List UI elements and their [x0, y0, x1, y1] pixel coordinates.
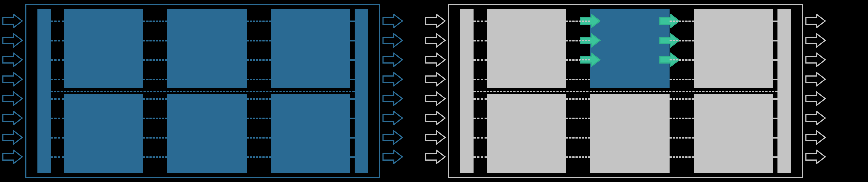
dash-lane-right [566, 79, 590, 80]
dash-lane-right [773, 40, 777, 41]
ext-arrow-right-left-2 [382, 52, 403, 67]
dash-lane-right [773, 59, 777, 60]
svg-marker-19 [806, 34, 825, 47]
ext-arrow-right-right-6 [805, 130, 826, 145]
dash-lane-right [473, 137, 487, 138]
dash-lane-left [143, 137, 167, 138]
ext-arrow-left-right-2 [425, 52, 446, 67]
dash-lane-right [670, 59, 694, 60]
svg-marker-3 [383, 34, 402, 47]
dash-lane-right [473, 98, 487, 99]
dash-lane-right [566, 118, 590, 119]
cell-top-1-right [590, 9, 670, 88]
svg-marker-22 [426, 73, 445, 86]
svg-marker-9 [383, 92, 402, 105]
cell-top-0-right [487, 9, 566, 88]
dash-lane-left [247, 156, 271, 157]
dash-lane-right [773, 98, 777, 99]
svg-marker-2 [3, 34, 22, 47]
ext-arrow-left-left-5 [2, 111, 23, 125]
ext-arrow-left-right-3 [425, 72, 446, 86]
dash-lane-right [773, 156, 777, 157]
svg-marker-25 [806, 92, 825, 105]
dash-lane-right [670, 156, 694, 157]
dash-lane-right [566, 59, 590, 60]
svg-marker-26 [426, 111, 445, 125]
svg-marker-27 [806, 111, 825, 125]
ext-arrow-left-left-6 [2, 130, 23, 145]
dash-lane-left [51, 137, 64, 138]
dash-lane-left [247, 40, 271, 41]
ext-arrow-right-left-4 [382, 91, 403, 106]
dash-lane-left [51, 156, 64, 157]
slender-right-right [777, 9, 791, 173]
slender-left-right [460, 9, 473, 173]
ext-arrow-right-right-5 [805, 111, 826, 125]
svg-marker-5 [383, 53, 402, 67]
dash-lane-left [350, 59, 354, 60]
ext-arrow-left-right-4 [425, 91, 446, 106]
ext-arrow-right-left-3 [382, 72, 403, 86]
dash-lane-right [670, 118, 694, 119]
dash-lane-right [566, 137, 590, 138]
mid-dash-right [473, 91, 777, 92]
ext-arrow-left-left-3 [2, 72, 23, 86]
ext-arrow-right-right-0 [805, 14, 826, 28]
dash-lane-right [670, 40, 694, 41]
dash-lane-left [247, 21, 271, 22]
ext-arrow-right-left-5 [382, 111, 403, 125]
svg-marker-0 [3, 14, 22, 28]
dash-lane-right [670, 21, 694, 22]
cell-bot-0-right [487, 94, 566, 173]
ext-arrow-left-left-1 [2, 33, 23, 48]
svg-marker-24 [426, 92, 445, 105]
dash-lane-right [473, 79, 487, 80]
dash-lane-left [350, 21, 354, 22]
dash-lane-right [670, 98, 694, 99]
ext-arrow-left-left-7 [2, 150, 23, 164]
dash-lane-left [143, 21, 167, 22]
dash-lane-left [247, 118, 271, 119]
dash-lane-right [670, 79, 694, 80]
dash-lane-left [143, 98, 167, 99]
diagram-stage [0, 0, 868, 182]
dash-lane-right [473, 118, 487, 119]
svg-marker-10 [3, 111, 22, 125]
dash-lane-left [350, 40, 354, 41]
cell-bot-2-left [271, 94, 350, 173]
svg-marker-4 [3, 53, 22, 67]
dash-lane-left [350, 98, 354, 99]
svg-marker-11 [383, 111, 402, 125]
dash-lane-left [350, 137, 354, 138]
ext-arrow-left-left-0 [2, 14, 23, 28]
dash-lane-right [566, 156, 590, 157]
mid-dash-left [51, 91, 354, 92]
svg-marker-31 [806, 150, 825, 163]
dash-lane-left [51, 118, 64, 119]
dash-lane-right [670, 137, 694, 138]
dash-lane-right [473, 156, 487, 157]
dash-lane-right [773, 137, 777, 138]
svg-marker-23 [806, 73, 825, 86]
ext-arrow-left-right-6 [425, 130, 446, 145]
ext-arrow-right-right-2 [805, 52, 826, 67]
dash-lane-left [143, 40, 167, 41]
ext-arrow-right-left-6 [382, 130, 403, 145]
svg-marker-30 [426, 150, 445, 163]
dash-lane-right [773, 79, 777, 80]
svg-marker-13 [383, 131, 402, 144]
dash-lane-right [566, 98, 590, 99]
svg-marker-1 [383, 14, 402, 28]
svg-marker-12 [3, 131, 22, 144]
dash-lane-left [51, 79, 64, 80]
dash-lane-right [473, 40, 487, 41]
ext-arrow-right-left-0 [382, 14, 403, 28]
dash-lane-right [566, 40, 590, 41]
dash-lane-left [350, 79, 354, 80]
ext-arrow-right-right-1 [805, 33, 826, 48]
ext-arrow-right-right-3 [805, 72, 826, 86]
ext-arrow-left-right-5 [425, 111, 446, 125]
cell-bot-0-left [64, 94, 143, 173]
svg-marker-20 [426, 53, 445, 67]
svg-marker-17 [806, 14, 825, 28]
